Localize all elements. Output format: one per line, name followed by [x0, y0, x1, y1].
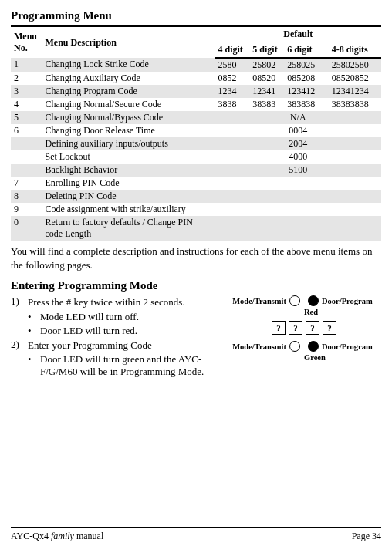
table-row: 1Changing Lock Strike Code25802580225802… [11, 58, 381, 72]
programming-menu-title: Programming Menu [11, 9, 381, 22]
led-diagram: Mode/Transmit Door/Program Red ? ? ? ? M… [227, 295, 381, 379]
col-default: Default [215, 26, 381, 42]
red-label: Red [304, 308, 381, 316]
table-row: 0Return to factory defaults / Change PIN… [11, 216, 381, 241]
step1-number: 1) [11, 295, 28, 309]
col-5digit: 5 digit [249, 42, 284, 59]
table-row: 3Changing Program Code123412341123412123… [11, 85, 381, 98]
table-row: Defining auxiliary inputs/outputs2004 [11, 137, 381, 150]
menu-table: Menu No. Menu Description Default 4 digi… [11, 25, 381, 241]
table-row: Set Lockout4000 [11, 150, 381, 164]
door-led-label: Door/Program [319, 297, 381, 305]
door-led-circle-green [308, 341, 319, 352]
table-row: 5Changing Normal/Bypass CodeN/A [11, 111, 381, 124]
col-menu-desc: Menu Description [42, 26, 215, 58]
step2-number: 2) [11, 339, 28, 352]
body-paragraph: You will find a complete description and… [11, 244, 381, 271]
door-led-circle-red [308, 295, 319, 306]
step2-bullet1: Door LED will turn green and the AYC- F/… [40, 353, 219, 378]
keypad-key: ? [289, 321, 302, 335]
page-footer: AYC-Qx4 family manual Page 34 [11, 527, 381, 542]
col-menu-no: Menu No. [11, 26, 42, 58]
bullet-icon: • [28, 353, 40, 378]
table-row: 4Changing Normal/Secure Code383838383383… [11, 98, 381, 111]
keypad-row: ? ? ? ? [227, 321, 381, 335]
entering-mode-title: Entering Programming Mode [11, 279, 381, 292]
bullet-icon: • [28, 311, 40, 323]
bullet-icon: • [28, 325, 40, 337]
step1-bullet2: Door LED will turn red. [40, 325, 137, 337]
footer-page-number: Page 34 [352, 531, 381, 542]
table-row: 2Changing Auxiliary Code0852085200852080… [11, 72, 381, 85]
table-row: 7Enrolling PIN Code [11, 177, 381, 190]
table-row: 6Changing Door Release Time0004 [11, 124, 381, 137]
green-label: Green [304, 353, 381, 362]
steps-left: 1) Press the # key twice within 2 second… [11, 295, 227, 379]
col-4digit: 4 digit [215, 42, 250, 59]
mode-led-label-2: Mode/Transmit [227, 342, 289, 351]
mode-led-label: Mode/Transmit [227, 297, 289, 305]
keypad-key: ? [272, 321, 286, 335]
door-led-label-2: Door/Program [319, 342, 381, 351]
col-48digit: 4-8 digits [329, 42, 381, 59]
step1-text: Press the # key twice within 2 seconds. [28, 295, 219, 309]
mode-led-circle [289, 295, 300, 306]
keypad-key: ? [323, 321, 336, 335]
table-row: 9Code assignment with strike/auxiliary [11, 203, 381, 216]
step2-text: Enter your Programming Code [28, 339, 219, 352]
footer-left: AYC-Qx4 family manual [11, 531, 103, 542]
table-row: 8Deleting PIN Code [11, 190, 381, 203]
step1-bullet1: Mode LED will turn off. [40, 311, 139, 323]
keypad-key: ? [306, 321, 319, 335]
table-row: Backlight Behavior5100 [11, 164, 381, 177]
mode-led-circle-2 [289, 341, 300, 352]
col-6digit: 6 digit [284, 42, 329, 59]
